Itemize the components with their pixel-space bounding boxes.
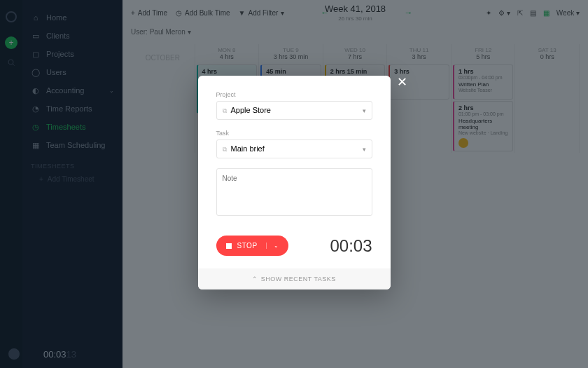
show-recent-button[interactable]: ⌃SHOW RECENT TASKS bbox=[198, 268, 391, 289]
note-input[interactable] bbox=[216, 168, 372, 216]
task-select[interactable]: ⧉Main brief ▾ bbox=[216, 139, 372, 158]
timer-modal: ✕ Project ⧉Apple Store ▾ Task ⧉Main brie… bbox=[198, 76, 391, 289]
note-field bbox=[216, 168, 372, 219]
chevron-down-icon: ▾ bbox=[363, 146, 366, 153]
modal-overlay[interactable]: ✕ Project ⧉Apple Store ▾ Task ⧉Main brie… bbox=[0, 0, 588, 368]
project-field: Project ⧉Apple Store ▾ bbox=[216, 91, 372, 120]
project-select[interactable]: ⧉Apple Store ▾ bbox=[216, 101, 372, 120]
external-link-icon: ⧉ bbox=[223, 107, 227, 114]
stop-icon bbox=[226, 243, 232, 249]
timer-display: 00:03 bbox=[330, 236, 372, 256]
close-icon[interactable]: ✕ bbox=[397, 74, 407, 90]
chevron-down-icon: ▾ bbox=[363, 107, 366, 114]
chevron-up-icon: ⌃ bbox=[252, 275, 258, 282]
project-label: Project bbox=[216, 91, 372, 98]
task-field: Task ⧉Main brief ▾ bbox=[216, 130, 372, 158]
stop-button[interactable]: STOP ⌄ bbox=[216, 236, 289, 256]
task-label: Task bbox=[216, 130, 372, 137]
chevron-down-icon[interactable]: ⌄ bbox=[266, 243, 279, 249]
external-link-icon: ⧉ bbox=[223, 146, 227, 153]
